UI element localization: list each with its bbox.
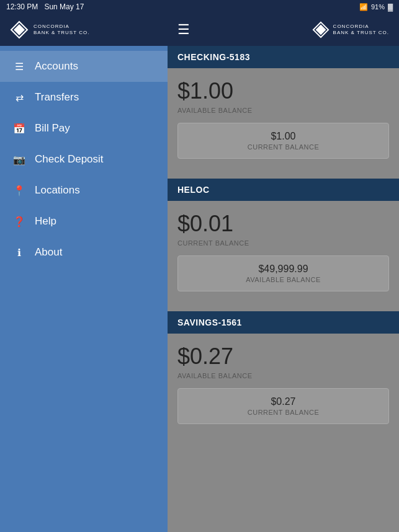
account-secondary-box-savings-1561: $0.27 CURRENT BALANCE (177, 388, 389, 424)
sidebar-item-locations[interactable]: 📍Locations (0, 175, 168, 206)
account-primary-balance-heloc: $0.01 (177, 211, 389, 237)
account-primary-label-checking-5183: AVAILABLE BALANCE (177, 107, 389, 114)
about-icon: ℹ (12, 246, 26, 259)
sidebar-item-bill-pay[interactable]: 📅Bill Pay (0, 113, 168, 144)
status-indicators: 📶 91% ▓ (359, 3, 393, 11)
sidebar-logo-text: CONCORDIA BANK & TRUST CO. (34, 24, 89, 35)
sidebar-item-label-locations: Locations (35, 184, 80, 197)
sidebar-item-label-transfers: Transfers (35, 91, 79, 104)
bill-pay-icon: 📅 (12, 122, 26, 135)
hamburger-button[interactable]: ☰ (177, 22, 190, 38)
account-primary-balance-savings-1561: $0.27 (177, 344, 389, 370)
sidebar-item-transfers[interactable]: ⇄Transfers (0, 82, 168, 113)
sidebar-logo-name: CONCORDIA (34, 24, 89, 30)
account-body-heloc: $0.01 CURRENT BALANCE $49,999.99 AVAILAB… (168, 201, 399, 309)
sidebar-item-label-accounts: Accounts (35, 60, 78, 73)
status-bar: 12:30 PM Sun May 17 📶 91% ▓ (0, 0, 399, 14)
app-container: CONCORDIA BANK & TRUST CO. ☰Accounts⇄Tra… (0, 14, 399, 532)
account-secondary-label-heloc: AVAILABLE BALANCE (186, 276, 381, 283)
check-deposit-icon: 📷 (12, 153, 26, 166)
sidebar-header: CONCORDIA BANK & TRUST CO. (0, 14, 168, 46)
sidebar-item-help[interactable]: ❓Help (0, 206, 168, 237)
status-time-date: 12:30 PM Sun May 17 (6, 2, 84, 11)
sidebar-logo-subtitle: BANK & TRUST CO. (34, 30, 89, 36)
battery-icon: ▓ (388, 3, 393, 11)
account-secondary-amount-heloc: $49,999.99 (186, 264, 381, 275)
account-card-checking-5183[interactable]: CHECKING-5183 $1.00 AVAILABLE BALANCE $1… (168, 46, 399, 176)
account-card-heloc[interactable]: HELOC $0.01 CURRENT BALANCE $49,999.99 A… (168, 179, 399, 309)
account-body-savings-1561: $0.27 AVAILABLE BALANCE $0.27 CURRENT BA… (168, 334, 399, 441)
account-primary-balance-checking-5183: $1.00 (177, 78, 389, 104)
account-header-checking-5183: CHECKING-5183 (168, 46, 399, 68)
main-content: ☰ CONCORDIA BANK & TRUST CO. CHECKING-51… (168, 14, 399, 532)
sidebar-logo: CONCORDIA BANK & TRUST CO. (10, 20, 89, 39)
account-secondary-box-checking-5183: $1.00 CURRENT BALANCE (177, 123, 389, 159)
account-secondary-amount-checking-5183: $1.00 (186, 131, 381, 142)
account-header-heloc: HELOC (168, 179, 399, 201)
main-header: ☰ CONCORDIA BANK & TRUST CO. (168, 14, 399, 46)
sidebar-item-accounts[interactable]: ☰Accounts (0, 51, 168, 82)
transfers-icon: ⇄ (12, 91, 26, 104)
account-title-heloc: HELOC (177, 185, 210, 195)
locations-icon: 📍 (12, 184, 26, 197)
sidebar-item-about[interactable]: ℹAbout (0, 237, 168, 268)
help-icon: ❓ (12, 215, 26, 228)
account-title-checking-5183: CHECKING-5183 (177, 52, 250, 62)
sidebar-item-check-deposit[interactable]: 📷Check Deposit (0, 144, 168, 175)
account-secondary-label-savings-1561: CURRENT BALANCE (186, 409, 381, 416)
sidebar-item-label-bill-pay: Bill Pay (35, 122, 70, 135)
account-card-savings-1561[interactable]: SAVINGS-1561 $0.27 AVAILABLE BALANCE $0.… (168, 311, 399, 441)
sidebar-nav: ☰Accounts⇄Transfers📅Bill Pay📷Check Depos… (0, 46, 168, 532)
account-primary-label-savings-1561: AVAILABLE BALANCE (177, 372, 389, 379)
account-header-savings-1561: SAVINGS-1561 (168, 311, 399, 334)
wifi-icon: 📶 (359, 3, 368, 11)
accounts-icon: ☰ (12, 60, 26, 73)
account-secondary-label-checking-5183: CURRENT BALANCE (186, 143, 381, 151)
logo-diamond-icon (10, 20, 29, 39)
main-header-logo: CONCORDIA BANK & TRUST CO. (312, 21, 389, 38)
status-date: Sun May 17 (44, 2, 84, 11)
main-logo-name: CONCORDIA (333, 24, 389, 30)
sidebar-item-label-help: Help (35, 215, 56, 228)
main-logo-subtitle: BANK & TRUST CO. (333, 30, 389, 36)
sidebar-item-label-check-deposit: Check Deposit (35, 153, 104, 166)
account-secondary-amount-savings-1561: $0.27 (186, 396, 381, 407)
account-primary-label-heloc: CURRENT BALANCE (177, 239, 389, 247)
sidebar: CONCORDIA BANK & TRUST CO. ☰Accounts⇄Tra… (0, 14, 168, 532)
account-secondary-box-heloc: $49,999.99 AVAILABLE BALANCE (177, 255, 389, 291)
accounts-list: CHECKING-5183 $1.00 AVAILABLE BALANCE $1… (168, 46, 399, 532)
account-body-checking-5183: $1.00 AVAILABLE BALANCE $1.00 CURRENT BA… (168, 68, 399, 176)
main-logo-diamond-icon (312, 21, 330, 38)
account-title-savings-1561: SAVINGS-1561 (177, 317, 242, 327)
status-time: 12:30 PM (6, 2, 38, 11)
battery-percent: 91% (371, 3, 385, 11)
main-logo-text: CONCORDIA BANK & TRUST CO. (333, 24, 389, 35)
sidebar-item-label-about: About (35, 246, 62, 259)
